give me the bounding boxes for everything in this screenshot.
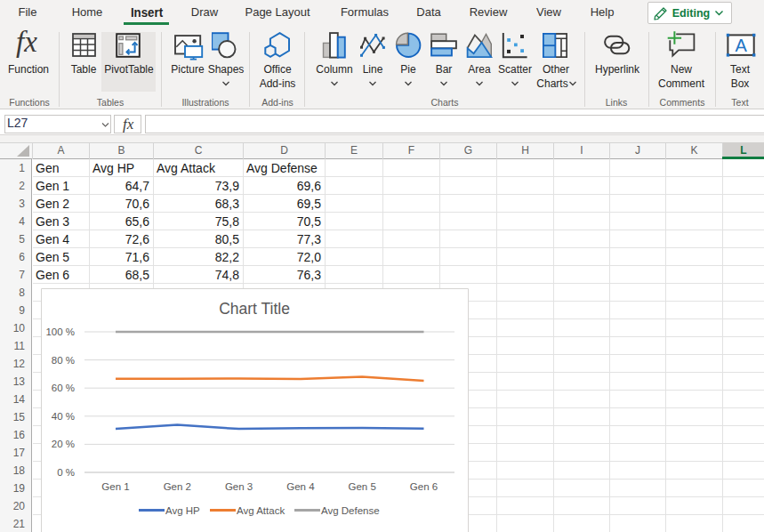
svg-text:Avg Defense: Avg Defense: [321, 505, 380, 516]
svg-text:Gen 2: Gen 2: [164, 481, 191, 492]
svg-text:Avg Attack: Avg Attack: [237, 505, 285, 516]
svg-text:20 %: 20 %: [52, 439, 75, 449]
svg-text:Gen 3: Gen 3: [225, 481, 253, 492]
svg-text:80 %: 80 %: [52, 355, 75, 366]
svg-text:100 %: 100 %: [45, 326, 75, 337]
svg-text:Gen 4: Gen 4: [286, 481, 315, 492]
svg-text:Gen 6: Gen 6: [410, 481, 438, 492]
svg-text:Gen 1: Gen 1: [101, 481, 129, 492]
svg-text:0 %: 0 %: [57, 467, 75, 478]
svg-text:Gen 5: Gen 5: [349, 481, 376, 492]
svg-text:Avg HP: Avg HP: [165, 505, 200, 516]
svg-text:40 %: 40 %: [52, 411, 75, 422]
svg-text:Chart Title: Chart Title: [219, 300, 290, 318]
svg-text:60 %: 60 %: [52, 383, 75, 393]
svg-text:A: A: [736, 36, 748, 55]
